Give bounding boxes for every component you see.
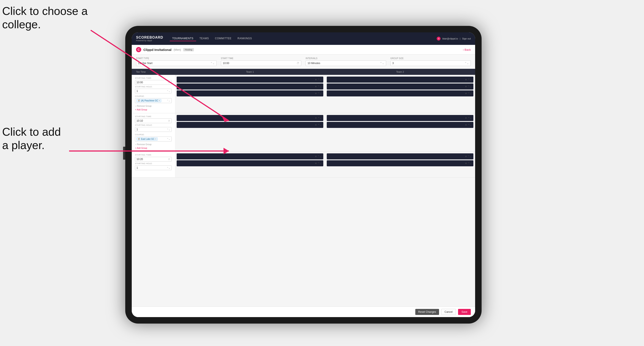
player-row[interactable]: ✕ ⌃⌄ (327, 83, 474, 90)
time-slot-3: STARTING TIME: 10:20⏱ STARTING HOLE: 1⌃⌄… (132, 152, 475, 177)
player-x-icon[interactable]: ✕ (315, 155, 317, 158)
player-chevron-icon[interactable]: ⌃⌄ (468, 162, 472, 165)
player-x-icon[interactable]: ✕ (465, 124, 467, 126)
player-chevron-icon[interactable]: ⌃⌄ (318, 117, 322, 120)
slot-1-remove-group[interactable]: ○ Remove Group (135, 105, 172, 107)
player-chevron-icon[interactable]: ⌃⌄ (468, 155, 472, 158)
tournament-title: Clippd Invitational (144, 48, 172, 52)
player-chevron-icon[interactable]: ⌃⌄ (318, 155, 322, 158)
sign-out-link[interactable]: Sign out (462, 37, 471, 40)
player-x-icon[interactable]: ✕ (315, 162, 317, 165)
player-x-icon[interactable]: ✕ (315, 78, 317, 81)
player-chevron-icon[interactable]: ⌃⌄ (318, 162, 322, 165)
player-row[interactable]: ✕ ⌃⌄ (177, 153, 323, 160)
slot-1-course-remove[interactable]: × (159, 99, 160, 102)
player-row[interactable]: ✕ ⌃⌄ (177, 90, 323, 96)
player-x-icon[interactable]: ✕ (465, 92, 467, 95)
slot-2-info: STARTING TIME: 10:10⏱ STARTING HOLE: 1⌃⌄… (132, 113, 175, 152)
player-chevron-icon[interactable]: ⌃⌄ (318, 78, 322, 81)
group-size-select[interactable]: 3 ⌃⌄ (390, 60, 471, 66)
tournament-gender: (Men) (174, 48, 181, 51)
slot-3-time-input[interactable]: 10:20⏱ (135, 157, 172, 162)
slot-1-add-group[interactable]: + Add Group (135, 109, 172, 111)
player-chevron-icon[interactable]: ⌃⌄ (318, 85, 322, 88)
player-row[interactable]: ✕ ⌃⌄ (177, 160, 323, 166)
player-row[interactable]: ✕ ⌃⌄ (327, 77, 474, 83)
slot-2-team2: ✕ ⌃⌄ ✕ ⌃⌄ (325, 113, 475, 152)
player-row[interactable]: ✕ ⌃⌄ (327, 122, 474, 128)
player-x-icon[interactable]: ✕ (465, 117, 467, 120)
player-chevron-icon[interactable]: ⌃⌄ (318, 92, 322, 95)
slot-1-time-input[interactable]: 10:00⏱ (135, 80, 172, 85)
nav-link-tournaments[interactable]: TOURNAMENTS (170, 36, 196, 41)
player-row[interactable]: ✕ ⌃⌄ (177, 77, 323, 83)
sub-header: C Clippd Invitational (Men) Hosting ‹ Ba… (132, 45, 475, 55)
slot-2-add-group[interactable]: + Add Group (135, 147, 172, 149)
tablet-side-button (123, 147, 125, 160)
slot-2-course-chevron: ⌃⌄ (167, 138, 170, 140)
back-button[interactable]: ‹ Back (463, 48, 471, 51)
slot-2-time-input[interactable]: 10:10⏱ (135, 118, 172, 123)
slot-2-time-label: STARTING TIME: (135, 115, 172, 118)
player-x-icon[interactable]: ✕ (315, 92, 317, 95)
slot-3-info: STARTING TIME: 10:20⏱ STARTING HOLE: 1⌃⌄ (132, 152, 175, 177)
slot-1-course-select[interactable]: 🏌 (A) Peachtree GC × ⌃⌄ (135, 98, 172, 103)
nav-user: B blair@clippd.io | Sign out (437, 37, 471, 40)
player-row[interactable]: ✕ ⌃⌄ (327, 90, 474, 96)
slot-2-course-select[interactable]: 🏌 East Lake GC × ⌃⌄ (135, 137, 172, 142)
slot-1-team1: ✕ ⌃⌄ ✕ ⌃⌄ ✕ ⌃⌄ (175, 75, 325, 113)
brand-sub: Powered by clippd (136, 39, 163, 42)
save-button[interactable]: Save (458, 309, 471, 315)
player-chevron-icon[interactable]: ⌃⌄ (318, 124, 322, 126)
player-row[interactable]: ✕ ⌃⌄ (177, 83, 323, 90)
group-size-label: Group Size (390, 57, 471, 59)
table-body[interactable]: STARTING TIME: 10:00⏱ STARTING HOLE: 1⌃⌄… (132, 75, 475, 307)
player-row[interactable]: ✕ ⌃⌄ (177, 122, 323, 128)
slot-1-course-tag: 🏌 (A) Peachtree GC × (136, 99, 161, 102)
slot-3-team1: ✕ ⌃⌄ ✕ ⌃⌄ (175, 152, 325, 177)
player-chevron-icon[interactable]: ⌃⌄ (468, 92, 472, 95)
player-x-icon[interactable]: ✕ (315, 117, 317, 120)
footer: Reset Changes Cancel Save (132, 307, 475, 317)
cancel-button[interactable]: Cancel (441, 309, 456, 315)
nav-link-committee[interactable]: COMMITTEE (212, 36, 234, 41)
nav-bar: SCOREBOARD Powered by clippd TOURNAMENTS… (132, 32, 475, 45)
slot-2-team1: ✕ ⌃⌄ ✕ ⌃⌄ (175, 113, 325, 152)
intervals-select[interactable]: 10 Minutes ⌃⌄ (306, 60, 386, 66)
nav-link-rankings[interactable]: RANKINGS (235, 36, 254, 41)
table-header: Tee Time Team 1 Team 2 (132, 69, 475, 75)
player-row[interactable]: ✕ ⌃⌄ (177, 115, 323, 121)
nav-links: TOURNAMENTS TEAMS COMMITTEE RANKINGS (170, 36, 437, 41)
annotation-player: Click to add a player. (2, 125, 61, 152)
player-chevron-icon[interactable]: ⌃⌄ (468, 85, 472, 88)
slot-2-hole-select[interactable]: 1⌃⌄ (135, 127, 172, 132)
player-x-icon[interactable]: ✕ (465, 78, 467, 81)
th-team1: Team 1 (175, 71, 325, 73)
player-x-icon[interactable]: ✕ (465, 85, 467, 88)
player-x-icon[interactable]: ✕ (465, 162, 467, 165)
slot-3-hole-select[interactable]: 1⌃⌄ (135, 166, 172, 170)
slot-2-course-remove[interactable]: × (155, 138, 156, 140)
player-row[interactable]: ✕ ⌃⌄ (327, 153, 474, 160)
player-x-icon[interactable]: ✕ (465, 155, 467, 158)
player-row[interactable]: ✕ ⌃⌄ (327, 160, 474, 166)
time-slot-2: STARTING TIME: 10:10⏱ STARTING HOLE: 1⌃⌄… (132, 113, 475, 152)
time-slot-1: STARTING TIME: 10:00⏱ STARTING HOLE: 1⌃⌄… (132, 75, 475, 113)
player-x-icon[interactable]: ✕ (315, 85, 317, 88)
start-type-select[interactable]: 1st Tee Start ⌃⌄ (136, 60, 216, 66)
slot-2-hole-label: STARTING HOLE: (135, 124, 172, 126)
reset-button[interactable]: Reset Changes (415, 309, 439, 315)
player-chevron-icon[interactable]: ⌃⌄ (468, 117, 472, 120)
player-chevron-icon[interactable]: ⌃⌄ (468, 78, 472, 81)
player-chevron-icon[interactable]: ⌃⌄ (468, 124, 472, 126)
start-time-input[interactable]: 10:00 ⏱ (221, 60, 302, 66)
player-row[interactable]: ✕ ⌃⌄ (327, 115, 474, 121)
nav-link-teams[interactable]: TEAMS (197, 36, 212, 41)
sub-header-left: C Clippd Invitational (Men) Hosting (136, 47, 194, 52)
slot-2-remove-group[interactable]: ○ Remove Group (135, 143, 172, 146)
slot-1-time-label: STARTING TIME: (135, 77, 172, 79)
slot-3-team2: ✕ ⌃⌄ ✕ ⌃⌄ (325, 152, 475, 177)
tablet-screen: SCOREBOARD Powered by clippd TOURNAMENTS… (132, 32, 475, 317)
player-x-icon[interactable]: ✕ (315, 124, 317, 126)
slot-1-hole-select[interactable]: 1⌃⌄ (135, 89, 172, 93)
